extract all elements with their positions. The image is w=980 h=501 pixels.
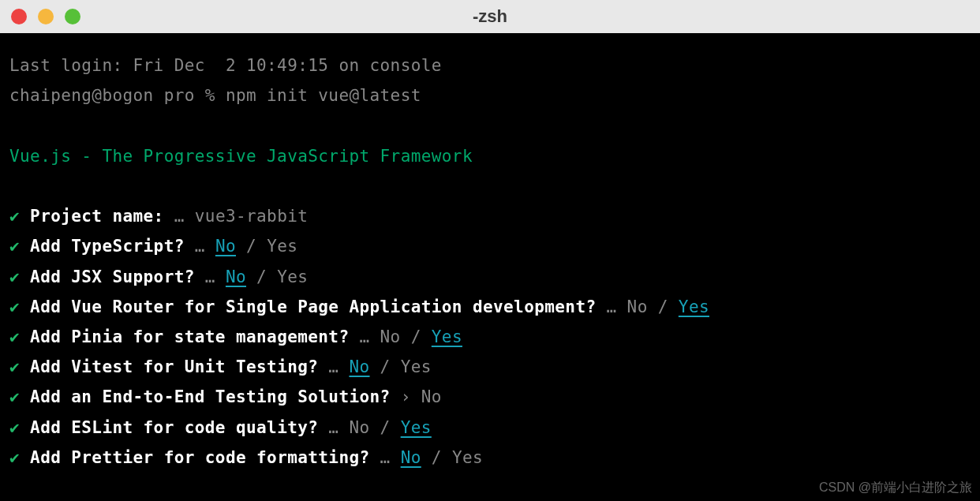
prompt-question: Add TypeScript? [30, 237, 195, 256]
check-icon: ✔ [9, 207, 30, 226]
prompt-line: ✔ Add TypeScript? … No / Yes [9, 231, 971, 261]
option-yes: Yes [267, 237, 297, 256]
prompt-answer: No [421, 387, 442, 406]
prompt-line: ✔ Add Pinia for state management? … No /… [9, 322, 971, 352]
last-login-line: Last login: Fri Dec 2 10:49:15 on consol… [9, 50, 971, 80]
check-icon: ✔ [9, 387, 30, 406]
traffic-lights [11, 9, 80, 24]
slash-separator: / [236, 237, 267, 256]
ellipsis: … [174, 207, 195, 226]
slash-separator: / [370, 357, 401, 376]
prompt-answer: vue3-rabbit [195, 207, 308, 226]
ellipsis: … [380, 448, 401, 467]
option-yes: Yes [452, 448, 483, 467]
terminal-content[interactable]: Last login: Fri Dec 2 10:49:15 on consol… [0, 33, 980, 490]
option-yes: Yes [401, 418, 432, 437]
prompt-line: ✔ Add ESLint for code quality? … No / Ye… [9, 413, 971, 443]
option-no: No [401, 448, 421, 467]
check-icon: ✔ [9, 327, 30, 346]
check-icon: ✔ [9, 297, 30, 316]
blank-line [9, 171, 971, 201]
prompt-question: Add ESLint for code quality? [30, 418, 328, 437]
prompt-question: Add Prettier for code formatting? [30, 448, 380, 467]
close-button[interactable] [11, 9, 27, 24]
caret-icon: › [401, 387, 421, 406]
command-line: chaipeng@bogon pro % npm init vue@latest [9, 80, 971, 110]
minimize-button[interactable] [38, 9, 54, 24]
option-yes: Yes [679, 297, 709, 316]
ellipsis: … [607, 297, 627, 316]
check-icon: ✔ [9, 357, 30, 376]
slash-separator: / [246, 267, 277, 286]
prompt-line: ✔ Add an End-to-End Testing Solution? › … [9, 382, 971, 412]
prompt-question: Add Vitest for Unit Testing? [30, 357, 328, 376]
slash-separator: / [401, 327, 432, 346]
option-yes: Yes [401, 357, 432, 376]
check-icon: ✔ [9, 448, 30, 467]
ellipsis: … [359, 327, 380, 346]
slash-separator: / [648, 297, 679, 316]
maximize-button[interactable] [65, 9, 80, 24]
slash-separator: / [421, 448, 452, 467]
check-icon: ✔ [9, 237, 30, 256]
prompt-line: ✔ Add JSX Support? … No / Yes [9, 262, 971, 292]
watermark: CSDN @前端小白进阶之旅 [819, 480, 972, 496]
option-yes: Yes [432, 327, 462, 346]
check-icon: ✔ [9, 418, 30, 437]
check-icon: ✔ [9, 267, 30, 286]
window-titlebar: -zsh [0, 0, 980, 33]
prompt-question: Add JSX Support? [30, 267, 205, 286]
option-no: No [627, 297, 648, 316]
shell-prompt: chaipeng@bogon pro % [9, 86, 226, 105]
prompt-line: ✔ Add Vue Router for Single Page Applica… [9, 292, 971, 322]
prompt-question: Add Pinia for state management? [30, 327, 359, 346]
prompt-line: ✔ Project name: … vue3-rabbit [9, 201, 971, 231]
vue-banner: Vue.js - The Progressive JavaScript Fram… [9, 141, 971, 171]
option-no: No [349, 357, 369, 376]
prompt-question: Add Vue Router for Single Page Applicati… [30, 297, 606, 316]
prompt-line: ✔ Add Vitest for Unit Testing? … No / Ye… [9, 352, 971, 382]
option-yes: Yes [277, 267, 308, 286]
slash-separator: / [370, 418, 401, 437]
blank-line [9, 110, 971, 140]
option-no: No [215, 237, 236, 256]
option-no: No [380, 327, 401, 346]
option-no: No [349, 418, 369, 437]
prompt-question: Add an End-to-End Testing Solution? [30, 387, 401, 406]
ellipsis: … [205, 267, 226, 286]
prompt-line: ✔ Add Prettier for code formatting? … No… [9, 443, 971, 473]
command-text: npm init vue@latest [226, 86, 421, 105]
prompt-question: Project name: [30, 207, 174, 226]
option-no: No [226, 267, 246, 286]
ellipsis: … [195, 237, 215, 256]
ellipsis: … [328, 357, 349, 376]
window-title: -zsh [473, 6, 507, 27]
ellipsis: … [328, 418, 349, 437]
